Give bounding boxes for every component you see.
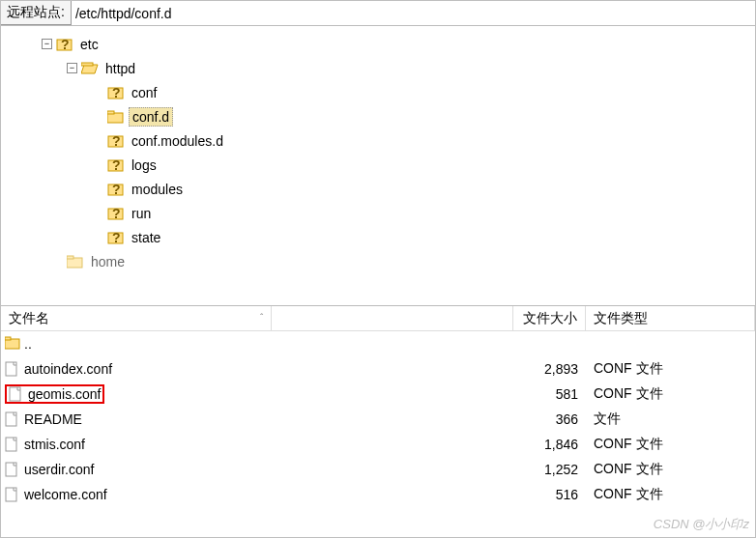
remote-site-label: 远程站点: (1, 1, 72, 25)
tree-node-confmodulesd[interactable]: ? conf.modules.d (7, 128, 755, 153)
tree-node-conf[interactable]: ? conf (7, 80, 755, 104)
folder-icon (107, 110, 125, 124)
svg-text:?: ? (112, 157, 121, 173)
folder-icon (67, 255, 84, 269)
file-icon (5, 437, 20, 452)
collapse-icon[interactable]: − (42, 39, 52, 49)
file-type: CONF 文件 (586, 461, 755, 478)
file-type: 文件 (586, 411, 755, 428)
collapse-icon[interactable]: − (67, 63, 77, 73)
highlight-box: geomis.conf (5, 384, 104, 404)
folder-unknown-icon: ? (107, 85, 125, 100)
svg-rect-7 (107, 111, 114, 114)
file-type: CONF 文件 (586, 486, 755, 503)
folder-unknown-icon: ? (107, 133, 125, 149)
folder-unknown-icon: ? (107, 157, 125, 173)
tree-node-home[interactable]: home (7, 249, 755, 273)
list-item-updir[interactable]: .. (1, 331, 755, 356)
tree-label-httpd: httpd (102, 60, 138, 77)
svg-rect-22 (6, 362, 16, 376)
file-size: 1,252 (513, 462, 586, 477)
tree-node-modules[interactable]: ? modules (7, 177, 755, 201)
file-icon (5, 411, 20, 427)
svg-text:?: ? (61, 37, 70, 52)
list-item[interactable]: userdir.conf 1,252 CONF 文件 (1, 457, 755, 482)
file-size: 2,893 (513, 361, 586, 377)
col-header-type[interactable]: 文件类型 (586, 306, 755, 330)
list-item[interactable]: welcome.conf 516 CONF 文件 (1, 482, 755, 507)
list-item-highlighted[interactable]: geomis.conf 581 CONF 文件 (1, 382, 755, 407)
file-name: welcome.conf (24, 487, 107, 502)
file-size: 366 (513, 411, 586, 427)
tree-node-confd[interactable]: conf.d (7, 104, 755, 128)
svg-rect-3 (81, 63, 93, 66)
folder-up-icon (5, 336, 20, 352)
file-name: README (24, 411, 82, 427)
file-type: CONF 文件 (586, 360, 755, 378)
tree-node-state[interactable]: ? state (7, 225, 755, 249)
folder-unknown-icon: ? (107, 206, 125, 221)
file-size: 1,846 (513, 437, 586, 452)
svg-text:?: ? (112, 85, 121, 100)
file-name: .. (24, 336, 32, 352)
file-icon (9, 386, 24, 402)
tree-label-conf: conf (129, 84, 160, 101)
folder-unknown-icon: ? (56, 37, 73, 52)
svg-rect-19 (67, 256, 73, 259)
remote-path-field-wrap (72, 1, 755, 25)
svg-rect-27 (6, 488, 16, 501)
svg-text:?: ? (112, 230, 121, 245)
folder-unknown-icon: ? (107, 230, 125, 245)
file-icon (5, 487, 20, 502)
list-item[interactable]: stmis.conf 1,846 CONF 文件 (1, 432, 755, 457)
remote-path-input[interactable] (72, 1, 755, 25)
svg-text:?: ? (112, 182, 121, 197)
remote-path-bar: 远程站点: (1, 1, 755, 26)
file-name: autoindex.conf (24, 361, 112, 377)
folder-unknown-icon: ? (107, 182, 125, 197)
tree-label-confmodulesd: conf.modules.d (129, 132, 226, 150)
list-item[interactable]: README 366 文件 (1, 407, 755, 432)
svg-rect-25 (6, 438, 16, 451)
svg-rect-26 (6, 463, 16, 476)
tree-label-modules: modules (129, 181, 186, 198)
file-list[interactable]: .. autoindex.conf 2,893 CONF 文件 geomis.c… (1, 331, 755, 507)
file-name: stmis.conf (24, 437, 85, 452)
file-icon (5, 462, 20, 477)
svg-text:?: ? (112, 133, 121, 149)
tree-node-run[interactable]: ? run (7, 201, 755, 225)
tree-label-etc: etc (77, 36, 102, 53)
svg-rect-21 (5, 337, 11, 340)
file-name: geomis.conf (28, 386, 101, 402)
col-header-size[interactable]: 文件大小 (513, 306, 586, 330)
svg-rect-24 (6, 412, 16, 426)
tree-label-home: home (88, 253, 128, 270)
file-size: 516 (513, 487, 586, 502)
watermark: CSDN @小小印z (654, 516, 749, 533)
file-type: CONF 文件 (586, 436, 755, 453)
file-size: 581 (513, 386, 586, 402)
directory-tree[interactable]: − ? etc − httpd ? conf conf.d ? conf.mod… (1, 26, 755, 306)
folder-open-icon (81, 62, 99, 75)
tree-label-logs: logs (129, 156, 160, 174)
list-item[interactable]: autoindex.conf 2,893 CONF 文件 (1, 356, 755, 382)
tree-node-httpd[interactable]: − httpd (7, 56, 755, 80)
tree-node-logs[interactable]: ? logs (7, 153, 755, 177)
tree-label-run: run (129, 205, 154, 222)
file-name: userdir.conf (24, 462, 94, 477)
file-type: CONF 文件 (586, 385, 755, 403)
file-list-header: 文件名 ˆ 文件大小 文件类型 (1, 306, 755, 331)
svg-text:?: ? (112, 206, 121, 221)
file-icon (5, 361, 20, 377)
svg-rect-23 (10, 387, 20, 401)
tree-node-etc[interactable]: − ? etc (7, 32, 755, 56)
tree-label-state: state (129, 229, 163, 246)
tree-label-confd: conf.d (129, 107, 173, 127)
sort-ascending-icon: ˆ (252, 306, 272, 330)
